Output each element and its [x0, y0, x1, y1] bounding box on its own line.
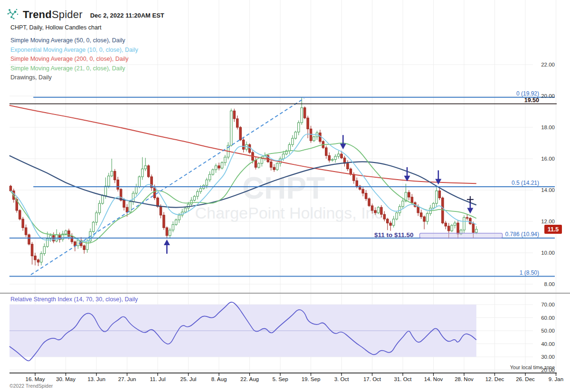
- candle-body: [301, 108, 303, 123]
- candle-body: [380, 207, 382, 214]
- x-axis-date-label: 26. Dec: [516, 376, 535, 382]
- price-axis-label: 14.00: [541, 187, 555, 193]
- x-axis-date-label: 31. Oct: [394, 376, 412, 382]
- resistance-level-label: 19.50: [524, 97, 539, 104]
- candle-body: [273, 167, 275, 170]
- candle-body: [175, 220, 177, 225]
- support-zone-box: [419, 233, 502, 238]
- timezone-note: Your local time zone: [510, 364, 555, 370]
- candle-body: [221, 163, 223, 168]
- up-arrow-head: [164, 239, 170, 245]
- rsi-axis-label: 30.00: [541, 354, 555, 360]
- price-axis-label: 8.00: [544, 281, 555, 287]
- candle-body: [138, 177, 140, 187]
- rsi-indicator-label: Relative Strength Index (14, 70, 30, clo…: [10, 296, 138, 303]
- candle-body: [448, 226, 450, 231]
- candle-body: [365, 193, 367, 199]
- candle-body: [10, 186, 11, 191]
- brand-bold: Trend: [23, 9, 52, 20]
- chart-timestamp: Dec 2, 2022 11:20AM EST: [90, 10, 164, 19]
- candle-body: [126, 207, 128, 212]
- fib-level-label: 0.5 (14.21): [512, 180, 539, 186]
- candle-body: [298, 123, 300, 132]
- candle-body: [438, 191, 440, 198]
- brand-light: Spider: [52, 9, 83, 20]
- candle-body: [304, 108, 305, 118]
- candle-body: [328, 155, 330, 160]
- candle-body: [172, 225, 174, 230]
- down-arrow-head: [340, 143, 346, 149]
- price-axis-label: 12.00: [541, 219, 555, 224]
- candle-body: [432, 203, 434, 208]
- candle-body: [417, 207, 419, 213]
- candle-body: [157, 198, 159, 207]
- candle-body: [261, 159, 263, 163]
- candle-body: [392, 219, 394, 225]
- candle-body: [193, 196, 195, 200]
- rsi-axis-label: 70.00: [541, 302, 555, 307]
- candle-body: [255, 160, 256, 167]
- candle-body: [242, 140, 244, 149]
- price-axis-label: 16.00: [541, 156, 555, 162]
- x-axis-date-label: 28. Nov: [455, 376, 474, 382]
- x-axis-date-label: 13. Jun: [87, 376, 105, 382]
- candle-body: [37, 260, 39, 262]
- candle-body: [163, 215, 165, 228]
- candle-body: [374, 210, 376, 213]
- candle-body: [142, 169, 143, 177]
- candle-body: [368, 199, 370, 206]
- candle-body: [258, 163, 260, 167]
- candle-body: [77, 240, 79, 246]
- candle-body: [129, 202, 131, 212]
- candle-body: [132, 193, 134, 202]
- price-chart-canvas[interactable]: CHPTChargePoint Holdings, Inc0 (19.92)0.…: [0, 0, 570, 392]
- candle-body: [86, 241, 88, 249]
- candle-body: [472, 224, 474, 232]
- trendspider-logo-icon: [7, 8, 19, 21]
- candle-body: [239, 127, 241, 140]
- candle-body: [337, 154, 339, 156]
- x-axis-date-label: 14. Nov: [424, 376, 443, 382]
- candle-body: [117, 180, 119, 190]
- candle-body: [402, 201, 404, 207]
- candle-body: [160, 207, 162, 215]
- candle-body: [279, 159, 281, 163]
- down-arrow-head: [435, 179, 441, 184]
- candle-body: [292, 138, 294, 144]
- candle-body: [377, 207, 379, 213]
- price-axis-label: 10.00: [541, 250, 555, 256]
- fib-level-label: 1 (8.50): [520, 269, 539, 276]
- candle-body: [436, 191, 437, 203]
- x-axis-date-label: 16. May: [26, 376, 45, 382]
- down-arrow-head: [467, 208, 473, 214]
- rsi-axis-label: 40.00: [541, 341, 555, 347]
- candle-body: [356, 181, 358, 186]
- candle-body: [209, 174, 210, 180]
- candle-body: [178, 215, 180, 220]
- candle-body: [294, 132, 296, 138]
- candle-body: [102, 196, 104, 204]
- candle-body: [135, 187, 137, 193]
- candle-body: [218, 166, 220, 168]
- candle-body: [184, 208, 186, 212]
- candle-body: [331, 160, 333, 161]
- candle-body: [307, 118, 309, 129]
- candle-body: [442, 198, 444, 223]
- candle-body: [197, 191, 199, 196]
- candle-body: [387, 219, 389, 223]
- candle-body: [463, 218, 465, 230]
- candle-body: [215, 166, 217, 170]
- rsi-axis-label: 50.00: [541, 328, 555, 334]
- price-axis-label: 20.00: [541, 93, 555, 99]
- candle-body: [200, 189, 201, 192]
- candle-body: [166, 228, 168, 236]
- x-axis-date-label: 12. Dec: [485, 376, 504, 382]
- x-axis-date-label: 19. Sep: [302, 376, 321, 382]
- x-axis-date-label: 17. Oct: [363, 376, 381, 382]
- brand-wordmark[interactable]: TrendSpider: [23, 9, 83, 21]
- candle-body: [288, 144, 290, 151]
- candle-body: [426, 214, 428, 222]
- candle-body: [362, 189, 364, 193]
- candle-body: [111, 171, 113, 176]
- candle-body: [411, 197, 413, 203]
